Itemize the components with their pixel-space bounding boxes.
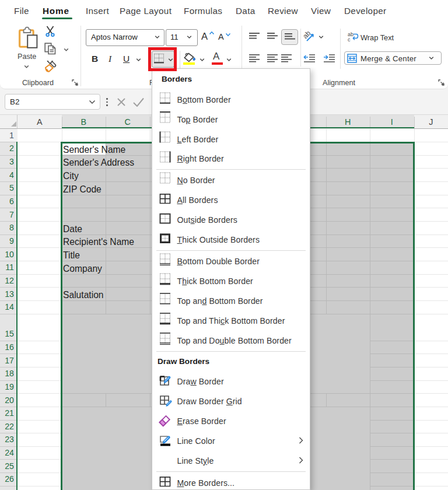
svg-text:ab: ab bbox=[303, 30, 313, 40]
svg-text:c: c bbox=[348, 37, 351, 43]
